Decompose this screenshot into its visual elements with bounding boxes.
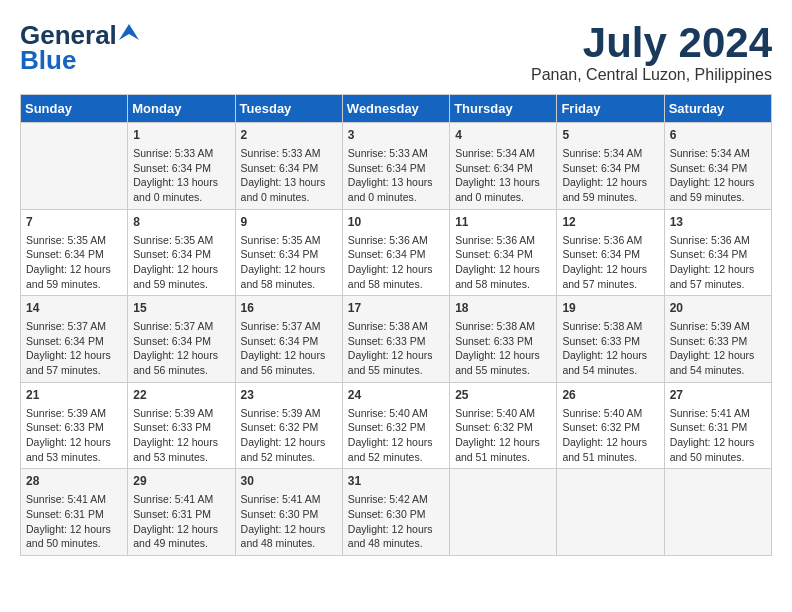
day-info: Sunrise: 5:39 AMSunset: 6:33 PMDaylight:… [670,319,766,378]
calendar-cell: 10Sunrise: 5:36 AMSunset: 6:34 PMDayligh… [342,209,449,296]
day-info: Sunrise: 5:38 AMSunset: 6:33 PMDaylight:… [348,319,444,378]
title-block: July 2024 Panan, Central Luzon, Philippi… [531,20,772,84]
calendar-cell: 25Sunrise: 5:40 AMSunset: 6:32 PMDayligh… [450,382,557,469]
calendar-cell [664,469,771,556]
day-info: Sunrise: 5:36 AMSunset: 6:34 PMDaylight:… [562,233,658,292]
calendar-cell: 7Sunrise: 5:35 AMSunset: 6:34 PMDaylight… [21,209,128,296]
calendar-cell: 5Sunrise: 5:34 AMSunset: 6:34 PMDaylight… [557,123,664,210]
day-number: 2 [241,127,337,144]
calendar-cell: 11Sunrise: 5:36 AMSunset: 6:34 PMDayligh… [450,209,557,296]
svg-marker-0 [119,24,139,40]
calendar-cell: 15Sunrise: 5:37 AMSunset: 6:34 PMDayligh… [128,296,235,383]
header-monday: Monday [128,95,235,123]
day-number: 5 [562,127,658,144]
logo: General Blue [20,20,139,76]
calendar-cell: 6Sunrise: 5:34 AMSunset: 6:34 PMDaylight… [664,123,771,210]
logo-blue: Blue [20,45,76,76]
day-info: Sunrise: 5:40 AMSunset: 6:32 PMDaylight:… [348,406,444,465]
day-number: 6 [670,127,766,144]
day-info: Sunrise: 5:39 AMSunset: 6:32 PMDaylight:… [241,406,337,465]
day-info: Sunrise: 5:40 AMSunset: 6:32 PMDaylight:… [455,406,551,465]
day-info: Sunrise: 5:39 AMSunset: 6:33 PMDaylight:… [133,406,229,465]
day-number: 21 [26,387,122,404]
calendar-cell: 9Sunrise: 5:35 AMSunset: 6:34 PMDaylight… [235,209,342,296]
day-info: Sunrise: 5:38 AMSunset: 6:33 PMDaylight:… [455,319,551,378]
calendar-cell: 29Sunrise: 5:41 AMSunset: 6:31 PMDayligh… [128,469,235,556]
calendar-cell: 13Sunrise: 5:36 AMSunset: 6:34 PMDayligh… [664,209,771,296]
week-row-3: 14Sunrise: 5:37 AMSunset: 6:34 PMDayligh… [21,296,772,383]
day-number: 27 [670,387,766,404]
day-number: 9 [241,214,337,231]
day-number: 17 [348,300,444,317]
logo-bird-icon [119,22,139,42]
day-number: 10 [348,214,444,231]
day-info: Sunrise: 5:40 AMSunset: 6:32 PMDaylight:… [562,406,658,465]
day-number: 24 [348,387,444,404]
day-info: Sunrise: 5:39 AMSunset: 6:33 PMDaylight:… [26,406,122,465]
day-number: 22 [133,387,229,404]
calendar-cell [450,469,557,556]
day-info: Sunrise: 5:33 AMSunset: 6:34 PMDaylight:… [348,146,444,205]
calendar-cell [21,123,128,210]
calendar-cell: 19Sunrise: 5:38 AMSunset: 6:33 PMDayligh… [557,296,664,383]
header-wednesday: Wednesday [342,95,449,123]
header-thursday: Thursday [450,95,557,123]
location-title: Panan, Central Luzon, Philippines [531,66,772,84]
day-number: 1 [133,127,229,144]
day-number: 19 [562,300,658,317]
day-info: Sunrise: 5:36 AMSunset: 6:34 PMDaylight:… [455,233,551,292]
day-info: Sunrise: 5:42 AMSunset: 6:30 PMDaylight:… [348,492,444,551]
calendar-cell: 26Sunrise: 5:40 AMSunset: 6:32 PMDayligh… [557,382,664,469]
calendar-cell: 12Sunrise: 5:36 AMSunset: 6:34 PMDayligh… [557,209,664,296]
week-row-4: 21Sunrise: 5:39 AMSunset: 6:33 PMDayligh… [21,382,772,469]
calendar-cell [557,469,664,556]
calendar-cell: 22Sunrise: 5:39 AMSunset: 6:33 PMDayligh… [128,382,235,469]
day-number: 16 [241,300,337,317]
month-title: July 2024 [531,20,772,66]
week-row-5: 28Sunrise: 5:41 AMSunset: 6:31 PMDayligh… [21,469,772,556]
day-number: 20 [670,300,766,317]
day-number: 12 [562,214,658,231]
calendar-cell: 31Sunrise: 5:42 AMSunset: 6:30 PMDayligh… [342,469,449,556]
day-number: 25 [455,387,551,404]
day-number: 8 [133,214,229,231]
day-number: 7 [26,214,122,231]
week-row-2: 7Sunrise: 5:35 AMSunset: 6:34 PMDaylight… [21,209,772,296]
day-info: Sunrise: 5:41 AMSunset: 6:30 PMDaylight:… [241,492,337,551]
day-number: 29 [133,473,229,490]
day-info: Sunrise: 5:37 AMSunset: 6:34 PMDaylight:… [26,319,122,378]
calendar-cell: 30Sunrise: 5:41 AMSunset: 6:30 PMDayligh… [235,469,342,556]
day-number: 13 [670,214,766,231]
day-number: 18 [455,300,551,317]
calendar-cell: 18Sunrise: 5:38 AMSunset: 6:33 PMDayligh… [450,296,557,383]
day-info: Sunrise: 5:34 AMSunset: 6:34 PMDaylight:… [670,146,766,205]
day-number: 11 [455,214,551,231]
calendar-cell: 2Sunrise: 5:33 AMSunset: 6:34 PMDaylight… [235,123,342,210]
header-saturday: Saturday [664,95,771,123]
day-info: Sunrise: 5:37 AMSunset: 6:34 PMDaylight:… [133,319,229,378]
day-info: Sunrise: 5:38 AMSunset: 6:33 PMDaylight:… [562,319,658,378]
header-friday: Friday [557,95,664,123]
day-info: Sunrise: 5:35 AMSunset: 6:34 PMDaylight:… [133,233,229,292]
calendar-table: SundayMondayTuesdayWednesdayThursdayFrid… [20,94,772,556]
day-number: 28 [26,473,122,490]
calendar-cell: 21Sunrise: 5:39 AMSunset: 6:33 PMDayligh… [21,382,128,469]
calendar-cell: 28Sunrise: 5:41 AMSunset: 6:31 PMDayligh… [21,469,128,556]
calendar-cell: 20Sunrise: 5:39 AMSunset: 6:33 PMDayligh… [664,296,771,383]
header-tuesday: Tuesday [235,95,342,123]
day-number: 26 [562,387,658,404]
calendar-cell: 4Sunrise: 5:34 AMSunset: 6:34 PMDaylight… [450,123,557,210]
day-info: Sunrise: 5:36 AMSunset: 6:34 PMDaylight:… [670,233,766,292]
day-info: Sunrise: 5:35 AMSunset: 6:34 PMDaylight:… [241,233,337,292]
day-info: Sunrise: 5:33 AMSunset: 6:34 PMDaylight:… [241,146,337,205]
day-info: Sunrise: 5:35 AMSunset: 6:34 PMDaylight:… [26,233,122,292]
calendar-cell: 8Sunrise: 5:35 AMSunset: 6:34 PMDaylight… [128,209,235,296]
calendar-cell: 3Sunrise: 5:33 AMSunset: 6:34 PMDaylight… [342,123,449,210]
page-header: General Blue July 2024 Panan, Central Lu… [20,20,772,84]
day-number: 23 [241,387,337,404]
day-info: Sunrise: 5:36 AMSunset: 6:34 PMDaylight:… [348,233,444,292]
calendar-cell: 14Sunrise: 5:37 AMSunset: 6:34 PMDayligh… [21,296,128,383]
calendar-header-row: SundayMondayTuesdayWednesdayThursdayFrid… [21,95,772,123]
calendar-cell: 23Sunrise: 5:39 AMSunset: 6:32 PMDayligh… [235,382,342,469]
day-info: Sunrise: 5:37 AMSunset: 6:34 PMDaylight:… [241,319,337,378]
